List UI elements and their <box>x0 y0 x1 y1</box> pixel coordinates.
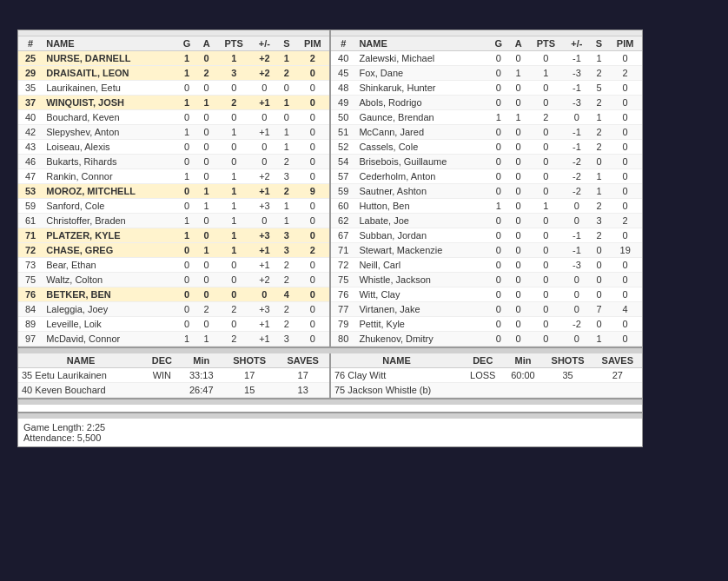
table-row: 76 Clay WittLOSS60:003527 <box>331 368 642 383</box>
edmonton-section: #NAMEGAPTS+/-SPIM 25NURSE, DARNELL101+21… <box>18 30 329 347</box>
vancouver-goalies-table: NAMEDECMinSHOTSSAVES 76 Clay WittLOSS60:… <box>331 353 642 398</box>
table-row: 72CHASE, GREG011+132 <box>18 243 329 258</box>
table-row: 50Gaunce, Brendan112010 <box>331 110 642 125</box>
edmonton-table: #NAMEGAPTS+/-SPIM 25NURSE, DARNELL101+21… <box>18 36 329 347</box>
main-container: #NAMEGAPTS+/-SPIM 25NURSE, DARNELL101+21… <box>17 30 643 447</box>
table-row: 72Neill, Carl000-300 <box>331 258 642 273</box>
table-row: 80Zhukenov, Dmitry000010 <box>331 332 642 347</box>
other-facts-section: Game Length: 2:25Attendance: 5,500 <box>18 412 642 446</box>
table-row: 35Laurikainen, Eetu000000 <box>18 81 329 96</box>
table-row: 77Virtanen, Jake000074 <box>331 302 642 317</box>
table-row: 73Bear, Ethan000+120 <box>18 258 329 273</box>
vancouver-goalies: NAMEDECMinSHOTSSAVES 76 Clay WittLOSS60:… <box>331 353 642 398</box>
table-row: 60Hutton, Ben101020 <box>331 199 642 214</box>
table-row: 48Shinkaruk, Hunter000-150 <box>331 81 642 96</box>
table-row: 75Waltz, Colton000+220 <box>18 273 329 287</box>
vancouver-table: #NAMEGAPTS+/-SPIM 40Zalewski, Michael000… <box>331 36 642 347</box>
table-row: 52Cassels, Cole000-120 <box>331 140 642 155</box>
other-facts-body: Game Length: 2:25Attendance: 5,500 <box>18 419 642 446</box>
table-row: 40 Keven Bouchard26:471513 <box>18 383 329 398</box>
table-row: 45Fox, Dane011-322 <box>331 66 642 81</box>
goalies-row: NAMEDECMinSHOTSSAVES 35 Eetu Laurikainen… <box>18 353 642 398</box>
table-row: 71Stewart, Mackenzie000-1019 <box>331 243 642 258</box>
edmonton-header <box>18 30 329 36</box>
table-row: 42Slepyshev, Anton101+110 <box>18 125 329 140</box>
table-row: 62Labate, Joe000032 <box>331 214 642 228</box>
edmonton-goalies: NAMEDECMinSHOTSSAVES 35 Eetu Laurikainen… <box>18 353 329 398</box>
table-row: 76BETKER, BEN000040 <box>18 287 329 302</box>
vancouver-section: #NAMEGAPTS+/-SPIM 40Zalewski, Michael000… <box>331 30 642 347</box>
table-row: 51McCann, Jared000-120 <box>331 125 642 140</box>
table-row: 40Bouchard, Keven000000 <box>18 110 329 125</box>
table-row: 37WINQUIST, JOSH112+110 <box>18 96 329 110</box>
table-row: 89Leveille, Loik000+120 <box>18 317 329 332</box>
table-row: 71PLATZER, KYLE101+330 <box>18 228 329 243</box>
table-row: 97McDavid, Connor112+130 <box>18 332 329 347</box>
table-row: 67Subban, Jordan000-120 <box>331 228 642 243</box>
table-row: 61Christoffer, Braden101010 <box>18 214 329 228</box>
table-row: 40Zalewski, Michael000-110 <box>331 51 642 66</box>
table-row: 57Cederholm, Anton000-210 <box>331 169 642 184</box>
penalty-body <box>18 405 642 412</box>
table-row: 35 Eetu LaurikainenWIN33:131717 <box>18 368 329 383</box>
table-row: 25NURSE, DARNELL101+212 <box>18 51 329 66</box>
table-row: 53MOROZ, MITCHELL011+129 <box>18 184 329 199</box>
table-row: 46Bukarts, Rihards000020 <box>18 155 329 169</box>
table-row: 54Brisebois, Guillaume000-200 <box>331 155 642 169</box>
table-row: 49Abols, Rodrigo000-320 <box>331 96 642 110</box>
other-facts-line: Attendance: 5,500 <box>23 432 637 443</box>
table-row: 43Loiseau, Alexis000010 <box>18 140 329 155</box>
table-row: 75Whistle, Jackson000000 <box>331 273 642 287</box>
table-row: 75 Jackson Whistle (b) <box>331 383 642 398</box>
vancouver-header <box>331 30 642 36</box>
table-row: 29DRAISAITL, LEON123+220 <box>18 66 329 81</box>
table-row: 84Laleggia, Joey022+320 <box>18 302 329 317</box>
other-facts-line: Game Length: 2:25 <box>23 422 637 432</box>
table-row: 79Pettit, Kyle000-200 <box>331 317 642 332</box>
goalies-section: NAMEDECMinSHOTSSAVES 35 Eetu Laurikainen… <box>18 347 642 398</box>
teams-row: #NAMEGAPTS+/-SPIM 25NURSE, DARNELL101+21… <box>18 30 642 347</box>
table-row: 47Rankin, Connor101+230 <box>18 169 329 184</box>
table-row: 76Witt, Clay000000 <box>331 287 642 302</box>
penalty-section <box>18 398 642 412</box>
table-row: 59Sanford, Cole011+310 <box>18 199 329 214</box>
edmonton-goalies-table: NAMEDECMinSHOTSSAVES 35 Eetu Laurikainen… <box>18 353 329 398</box>
table-row: 59Sautner, Ashton000-210 <box>331 184 642 199</box>
